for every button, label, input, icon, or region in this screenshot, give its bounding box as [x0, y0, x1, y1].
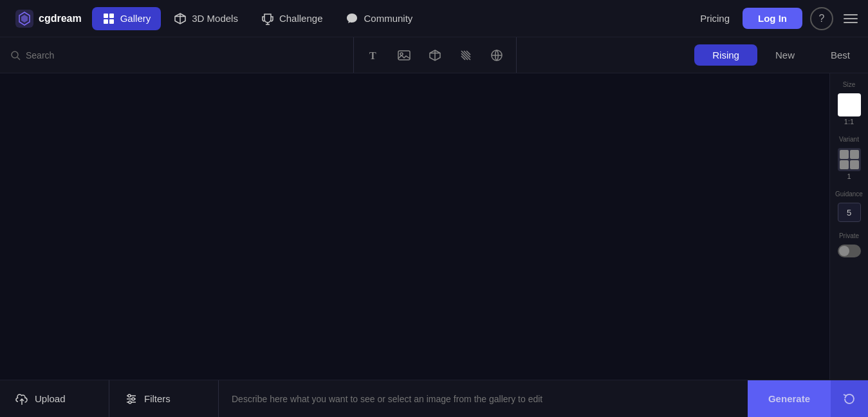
nav-gallery-label: Gallery — [120, 13, 151, 24]
nav-item-gallery[interactable]: Gallery — [92, 7, 162, 30]
svg-line-8 — [17, 57, 20, 60]
sidebar-controls: Size 1:1 Variant 1 Guidance 5 — [829, 73, 868, 380]
sidebar-variant-section: Variant 1 — [830, 136, 868, 180]
brand-name: cgdream — [39, 13, 82, 24]
svg-point-21 — [128, 394, 131, 397]
upload-icon — [15, 393, 28, 405]
variant-preview — [838, 148, 861, 171]
size-preview — [838, 93, 861, 116]
private-control — [835, 245, 863, 257]
generate-button[interactable]: Generate — [748, 380, 831, 417]
svg-point-23 — [129, 401, 131, 403]
size-value: 1:1 — [844, 118, 854, 125]
sidebar-guidance-section: Guidance 5 — [830, 190, 868, 222]
svg-rect-3 — [104, 19, 108, 24]
bottom-bar: Upload Filters Generate — [0, 380, 868, 417]
main-content: Size 1:1 Variant 1 Guidance 5 — [0, 73, 868, 380]
menu-line-1 — [844, 14, 858, 15]
svg-rect-1 — [104, 14, 108, 18]
filter-type-buttons: T — [354, 37, 517, 73]
nav-item-challenge[interactable]: Challenge — [251, 7, 333, 30]
svg-text:T: T — [369, 50, 376, 61]
nav-login-button[interactable]: Log In — [743, 8, 802, 29]
sort-best-button[interactable]: Best — [813, 44, 868, 66]
filters-button[interactable]: Filters — [109, 380, 219, 417]
prompt-input[interactable] — [219, 380, 748, 417]
search-input[interactable] — [26, 50, 343, 60]
guidance-control[interactable]: 5 — [835, 203, 863, 222]
variant-cell-2 — [850, 150, 859, 159]
menu-button[interactable] — [841, 12, 860, 26]
size-control[interactable]: 1:1 — [835, 93, 863, 125]
nav-3dmodels-label: 3D Models — [192, 13, 238, 24]
sidebar-size-section: Size 1:1 — [830, 81, 868, 125]
help-button[interactable]: ? — [810, 7, 833, 30]
nav-community-label: Community — [364, 13, 412, 24]
sort-buttons: Rising New Best — [694, 44, 868, 66]
variant-label: Variant — [839, 136, 859, 143]
filter-image-button[interactable] — [390, 42, 418, 68]
upload-button[interactable]: Upload — [0, 380, 109, 417]
private-label: Private — [839, 232, 859, 239]
guidance-label: Guidance — [835, 190, 863, 198]
filter-text-button[interactable]: T — [359, 42, 387, 68]
filter-style-button[interactable] — [483, 42, 511, 68]
variant-value: 1 — [847, 172, 851, 180]
svg-rect-4 — [109, 19, 114, 24]
generate-label: Generate — [768, 393, 810, 404]
variant-control[interactable]: 1 — [835, 148, 863, 180]
toolbar: T — [0, 37, 868, 73]
guidance-value: 5 — [838, 203, 861, 222]
search-icon — [10, 50, 21, 60]
variant-cell-3 — [840, 160, 849, 169]
sidebar-private-section: Private — [830, 232, 868, 257]
private-toggle[interactable] — [838, 245, 861, 257]
filters-label: Filters — [144, 393, 171, 404]
refresh-icon — [842, 392, 856, 406]
search-container — [0, 37, 354, 73]
sort-rising-button[interactable]: Rising — [694, 44, 757, 66]
size-label: Size — [843, 81, 855, 88]
nav-pricing[interactable]: Pricing — [690, 8, 740, 29]
refresh-button[interactable] — [831, 380, 868, 417]
variant-cell-1 — [840, 150, 849, 159]
filter-3d-button[interactable] — [421, 42, 449, 68]
svg-point-7 — [12, 51, 18, 58]
gallery-area — [0, 73, 829, 380]
nav-item-3d-models[interactable]: 3D Models — [163, 7, 248, 30]
sort-new-button[interactable]: New — [757, 44, 813, 66]
menu-line-2 — [844, 18, 858, 19]
menu-line-3 — [844, 22, 858, 23]
nav-challenge-label: Challenge — [279, 13, 323, 24]
svg-rect-2 — [109, 14, 114, 18]
navbar: cgdream Gallery 3D Models Challenge Com — [0, 0, 868, 37]
filters-icon — [125, 393, 138, 405]
nav-item-community[interactable]: Community — [335, 7, 423, 30]
variant-cell-4 — [850, 160, 859, 169]
upload-label: Upload — [35, 393, 66, 404]
brand-logo[interactable]: cgdream — [8, 10, 89, 28]
filter-pattern-button[interactable] — [452, 42, 480, 68]
svg-point-22 — [132, 398, 134, 400]
